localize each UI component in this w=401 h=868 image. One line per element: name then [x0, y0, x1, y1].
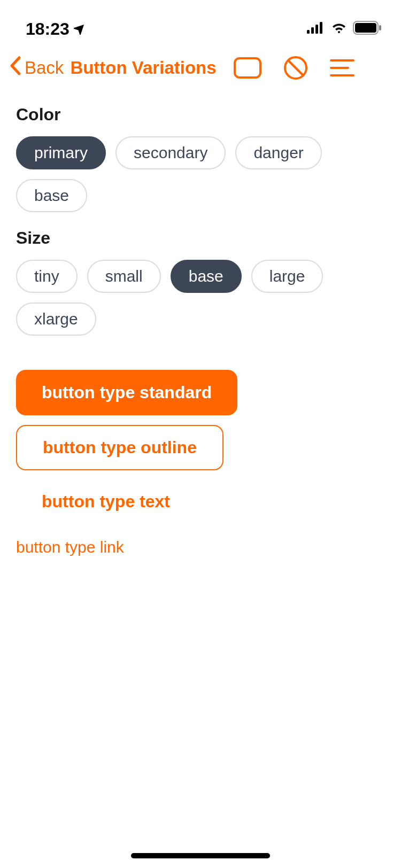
svg-rect-1 [311, 27, 314, 34]
size-section-label: Size [16, 228, 385, 248]
button-type-text[interactable]: button type text [16, 480, 196, 523]
status-time: 18:23 [26, 19, 70, 39]
svg-rect-5 [355, 23, 376, 33]
chevron-left-icon [9, 56, 21, 80]
status-right [307, 21, 382, 37]
location-icon [74, 19, 87, 39]
svg-rect-0 [307, 30, 310, 34]
button-type-standard[interactable]: button type standard [16, 370, 237, 415]
button-type-outline[interactable]: button type outline [16, 425, 223, 470]
color-section-label: Color [16, 105, 385, 125]
menu-icon[interactable] [330, 58, 354, 78]
size-option-large[interactable]: large [251, 260, 323, 293]
nav-actions [234, 56, 354, 80]
svg-line-9 [288, 60, 303, 75]
svg-rect-2 [315, 25, 318, 34]
status-time-group: 18:23 [26, 19, 87, 39]
color-option-secondary[interactable]: secondary [115, 136, 226, 169]
page-title: Button Variations [70, 58, 216, 78]
content: Color primary secondary danger base Size… [0, 91, 401, 576]
size-option-tiny[interactable]: tiny [16, 260, 78, 293]
status-bar: 18:23 [0, 0, 401, 48]
size-option-base[interactable]: base [171, 260, 242, 293]
button-type-link[interactable]: button type link [16, 533, 124, 562]
size-options: tiny small base large xlarge [16, 260, 385, 336]
svg-rect-3 [320, 22, 322, 34]
svg-rect-6 [379, 25, 381, 30]
home-indicator[interactable] [131, 853, 270, 858]
back-button[interactable]: Back [9, 56, 64, 80]
rectangle-icon[interactable] [234, 57, 261, 79]
back-label: Back [25, 58, 64, 78]
demo-buttons: button type standard button type outline… [16, 370, 385, 562]
color-option-primary[interactable]: primary [16, 136, 106, 169]
color-options: primary secondary danger base [16, 136, 385, 212]
color-option-base[interactable]: base [16, 179, 87, 212]
svg-rect-7 [235, 58, 260, 78]
signal-icon [307, 22, 325, 36]
battery-icon [353, 21, 382, 37]
prohibit-icon[interactable] [284, 56, 307, 80]
size-option-small[interactable]: small [87, 260, 161, 293]
navigation-bar: Back Button Variations [0, 48, 401, 91]
color-option-danger[interactable]: danger [235, 136, 321, 169]
wifi-icon [330, 22, 348, 36]
size-option-xlarge[interactable]: xlarge [16, 303, 96, 336]
